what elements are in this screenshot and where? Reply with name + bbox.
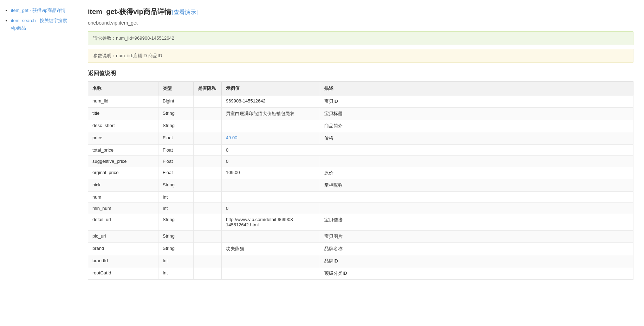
cell-type: String (158, 214, 194, 231)
cell-name: rootCatId (88, 267, 158, 280)
cell-desc: 商品简介 (320, 120, 633, 132)
cell-desc: 品牌ID (320, 255, 633, 267)
cell-example (222, 267, 320, 280)
cell-name: title (88, 108, 158, 120)
cell-example: 0 (222, 145, 320, 156)
request-params-label: 请求参数： (93, 35, 116, 41)
table-row: pic_urlString宝贝图片 (88, 231, 633, 243)
cell-privacy (194, 214, 222, 231)
cell-type: String (158, 179, 194, 192)
cell-privacy (194, 267, 222, 280)
title-prefix: item_get- (88, 8, 119, 15)
cell-example: 0 (222, 203, 320, 214)
table-row: total_priceFloat0 (88, 145, 633, 156)
cell-type: Float (158, 145, 194, 156)
cell-desc: 宝贝标题 (320, 108, 633, 120)
cell-desc: 价格 (320, 132, 633, 145)
cell-type: String (158, 243, 194, 255)
cell-type: Int (158, 203, 194, 214)
table-row: numInt (88, 192, 633, 203)
cell-privacy (194, 231, 222, 243)
table-row: rootCatIdInt顶级分类ID (88, 267, 633, 280)
table-row: suggestive_priceFloat0 (88, 156, 633, 167)
cell-example: 0 (222, 156, 320, 167)
cell-privacy (194, 255, 222, 267)
api-path: onebound.vip.item_get (88, 20, 633, 26)
cell-desc: 掌柜昵称 (320, 179, 633, 192)
col-header-privacy: 是否隐私 (194, 82, 222, 95)
cell-type: String (158, 108, 194, 120)
cell-name: brand (88, 243, 158, 255)
request-params-value: num_iid=969908-145512642 (116, 35, 174, 41)
cell-desc (320, 145, 633, 156)
cell-privacy (194, 243, 222, 255)
main-content: item_get-获得vip商品详情[查看演示] onebound.vip.it… (77, 0, 644, 326)
example-link[interactable]: 49.00 (226, 135, 238, 140)
cell-name: num_iid (88, 95, 158, 108)
cell-type: Int (158, 192, 194, 203)
cell-name: nick (88, 179, 158, 192)
cell-desc (320, 203, 633, 214)
cell-name: suggestive_price (88, 156, 158, 167)
sidebar-link-item-get[interactable]: item_get - 获得vip商品详情 (11, 8, 66, 13)
cell-example: 男童白底满印熊猫大侠短袖包屁衣 (222, 108, 320, 120)
params-desc-label: 参数说明： (93, 53, 116, 58)
cell-example[interactable]: 49.00 (222, 132, 320, 145)
cell-example (222, 179, 320, 192)
sidebar: item_get - 获得vip商品详情 item_search - 按关键字搜… (0, 0, 77, 326)
cell-example: http://www.vip.com/detail-969908-1455126… (222, 214, 320, 231)
cell-desc: 宝贝ID (320, 95, 633, 108)
cell-privacy (194, 192, 222, 203)
cell-privacy (194, 145, 222, 156)
sidebar-item-item-get[interactable]: item_get - 获得vip商品详情 (11, 7, 72, 14)
cell-type: Float (158, 156, 194, 167)
table-row: desc_shortString商品简介 (88, 120, 633, 132)
table-header-row: 名称 类型 是否隐私 示例值 描述 (88, 82, 633, 95)
cell-type: String (158, 120, 194, 132)
sidebar-item-item-search[interactable]: item_search - 按关键字搜索vip商品 (11, 17, 72, 32)
sidebar-nav-list: item_get - 获得vip商品详情 item_search - 按关键字搜… (5, 7, 72, 32)
cell-privacy (194, 120, 222, 132)
cell-example: 109.00 (222, 167, 320, 179)
table-row: nickString掌柜昵称 (88, 179, 633, 192)
cell-name: desc_short (88, 120, 158, 132)
cell-example (222, 231, 320, 243)
cell-desc: 宝贝图片 (320, 231, 633, 243)
title-main: 获得vip商品详情 (119, 8, 171, 15)
col-header-type: 类型 (158, 82, 194, 95)
cell-desc: 品牌名称 (320, 243, 633, 255)
cell-name: price (88, 132, 158, 145)
cell-name: pic_url (88, 231, 158, 243)
cell-example (222, 192, 320, 203)
cell-desc: 宝贝链接 (320, 214, 633, 231)
cell-privacy (194, 108, 222, 120)
cell-type: Float (158, 167, 194, 179)
cell-privacy (194, 156, 222, 167)
table-row: num_iidBigint969908-145512642宝贝ID (88, 95, 633, 108)
cell-type: String (158, 231, 194, 243)
params-desc-value: num_iid:店铺ID-商品ID (116, 53, 162, 58)
cell-desc (320, 192, 633, 203)
cell-example: 功夫熊猫 (222, 243, 320, 255)
cell-privacy (194, 132, 222, 145)
table-row: brandString功夫熊猫品牌名称 (88, 243, 633, 255)
col-header-desc: 描述 (320, 82, 633, 95)
cell-name: total_price (88, 145, 158, 156)
sidebar-link-item-search[interactable]: item_search - 按关键字搜索vip商品 (11, 18, 67, 31)
cell-name: orginal_price (88, 167, 158, 179)
cell-type: Int (158, 255, 194, 267)
cell-privacy (194, 167, 222, 179)
table-row: orginal_priceFloat109.00原价 (88, 167, 633, 179)
cell-privacy (194, 95, 222, 108)
cell-privacy (194, 179, 222, 192)
cell-example: 969908-145512642 (222, 95, 320, 108)
cell-name: detail_url (88, 214, 158, 231)
request-params-box: 请求参数：num_iid=969908-145512642 (88, 31, 633, 45)
return-value-table: 名称 类型 是否隐私 示例值 描述 num_iidBigint969908-14… (88, 81, 633, 280)
cell-example (222, 255, 320, 267)
cell-name: min_num (88, 203, 158, 214)
demo-link[interactable]: [查看演示] (172, 9, 198, 15)
cell-desc: 顶级分类ID (320, 267, 633, 280)
cell-type: Int (158, 267, 194, 280)
table-row: brandIdInt品牌ID (88, 255, 633, 267)
